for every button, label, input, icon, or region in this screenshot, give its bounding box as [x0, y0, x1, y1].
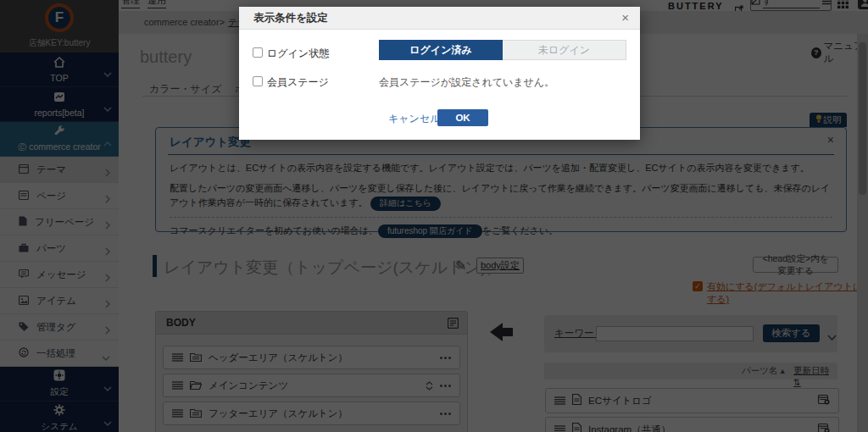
close-icon[interactable]: ×	[621, 11, 629, 24]
modal-title: 表示条件を設定	[239, 7, 640, 30]
member-stage-checkbox[interactable]	[253, 76, 263, 86]
ok-button[interactable]: OK	[437, 109, 488, 126]
display-conditions-modal: 表示条件を設定 × ログイン状態 ログイン済み 未ログイン 会員ステージ 会員ス…	[239, 7, 640, 140]
login-state-checkbox[interactable]	[253, 47, 263, 58]
member-stage-note: 会員ステージが設定されていません。	[379, 75, 554, 90]
not-logged-in-option[interactable]: 未ログイン	[503, 40, 626, 60]
member-stage-label: 会員ステージ	[267, 75, 329, 90]
logged-in-option[interactable]: ログイン済み	[379, 40, 503, 60]
app-root: F 店舗KEY:buttery TOP reports[beta] Ⓒcomme…	[0, 0, 868, 432]
cancel-button[interactable]: キャンセル	[388, 112, 440, 126]
modal-header: 表示条件を設定 ×	[239, 7, 640, 30]
login-state-label: ログイン状態	[267, 47, 329, 61]
login-state-toggle: ログイン済み 未ログイン	[379, 40, 626, 60]
